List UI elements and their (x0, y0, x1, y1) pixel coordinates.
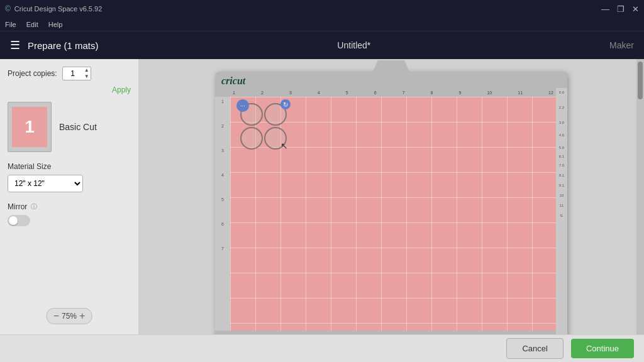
app-header: ☰ Prepare (1 mats) Untitled* Maker (0, 31, 644, 59)
mat-top-tab (372, 60, 410, 73)
ruler-num-8: 8 (431, 90, 433, 95)
shape-circle-3[interactable] (240, 127, 263, 150)
ruler-num-11: 11 (518, 90, 523, 95)
ruler-num-9: 9 (459, 90, 462, 95)
ruler-top: 1 2 3 4 5 6 7 8 9 10 11 12 (230, 88, 556, 97)
material-size-section: Material Size 12" x 12" 12" x 24" Custom (8, 162, 131, 192)
material-size-label: Material Size (8, 162, 131, 171)
close-button[interactable]: ✕ (632, 4, 639, 14)
project-copies-label: Project copies: (8, 69, 57, 78)
ruler-right-46: 4.6 (559, 133, 564, 137)
menu-edit[interactable]: Edit (26, 21, 38, 28)
shape-circle-1[interactable]: ··· (240, 103, 263, 126)
zoom-level: 75% (62, 312, 77, 321)
ruler-left-7: 7 (221, 246, 224, 251)
titlebar-left: © Cricut Design Space v6.5.92 (5, 4, 102, 13)
canvas-area: cricut 1 2 3 4 5 6 7 8 9 10 11 (138, 59, 644, 334)
ruler-right-70: 7.0 (559, 163, 564, 167)
mirror-info-icon[interactable]: ⓘ (31, 202, 37, 211)
footer: Cancel Continue (0, 334, 644, 362)
ruler-left-1: 1 (221, 99, 224, 104)
scrollbar-right[interactable] (636, 59, 644, 334)
copies-input[interactable] (63, 68, 83, 79)
ruler-num-10: 10 (487, 90, 492, 95)
ruler-right-61: 6.1 (559, 155, 564, 158)
continue-button[interactable]: Continue (571, 339, 634, 358)
ruler-left: 1 2 3 4 5 6 7 (215, 97, 230, 331)
mat-label: Basic Cut (59, 122, 97, 132)
ruler-left-5: 5 (221, 197, 224, 202)
left-panel: Project copies: ▲ ▼ Apply 1 Basic Cut Ma… (0, 59, 138, 334)
ruler-right-11: 11 (560, 204, 564, 207)
scrollbar-thumb[interactable] (638, 62, 643, 99)
mat-item: 1 Basic Cut (8, 102, 131, 152)
shape-circle-4[interactable]: ↖ (264, 127, 287, 150)
ruler-right-36: 3.6 (559, 121, 564, 124)
copies-up[interactable]: ▲ (83, 67, 91, 74)
cursor-indicator: ↖ (280, 141, 288, 151)
menu-help[interactable]: Help (48, 21, 63, 28)
material-size-select[interactable]: 12" x 12" 12" x 24" Custom (8, 175, 83, 192)
header-prepare-title: Prepare (1 mats) (28, 40, 99, 51)
main-content: Project copies: ▲ ▼ Apply 1 Basic Cut Ma… (0, 59, 644, 334)
zoom-controls: − 75% + (47, 308, 92, 324)
ruler-right-10: 10 (560, 194, 564, 197)
ruler-right-06: 0.6 (559, 90, 564, 94)
ruler-left-6: 6 (221, 222, 224, 226)
ruler-num-1: 1 (233, 90, 235, 95)
titlebar-controls: — ❐ ✕ (601, 4, 639, 14)
ruler-num-12: 12 (548, 90, 553, 95)
mirror-section: Mirror ⓘ (8, 202, 131, 226)
ruler-num-7: 7 (402, 90, 405, 95)
copies-down[interactable]: ▼ (83, 74, 91, 80)
ruler-right-l1: l1 (560, 214, 564, 217)
circle-rotate-handle[interactable]: ↻ (280, 99, 291, 109)
mirror-toggle[interactable] (8, 215, 30, 226)
ruler-left-3: 3 (221, 148, 224, 153)
ruler-right-81: 8.1 (559, 173, 564, 177)
ruler-left-2: 2 (221, 124, 224, 128)
ruler-num-4: 4 (318, 90, 320, 95)
cancel-button[interactable]: Cancel (506, 338, 563, 359)
circle-context-menu[interactable]: ··· (236, 99, 249, 112)
mat-surface: ··· ↻ ↖ (230, 97, 556, 331)
cutting-mat: cricut 1 2 3 4 5 6 7 8 9 10 11 (215, 72, 567, 334)
device-label: Maker (609, 40, 634, 50)
copies-spinners: ▲ ▼ (83, 67, 91, 80)
apply-button[interactable]: Apply (8, 85, 131, 94)
mirror-label: Mirror (8, 202, 27, 211)
ruler-right-91: 9.1 (559, 184, 564, 187)
ruler-num-3: 3 (289, 90, 292, 95)
restore-button[interactable]: ❐ (617, 4, 625, 14)
mat-thumb-inner: 1 (12, 107, 47, 147)
ruler-num-5: 5 (346, 90, 348, 95)
project-copies-row: Project copies: ▲ ▼ (8, 67, 131, 80)
ruler-left-4: 4 (221, 173, 224, 177)
hamburger-menu[interactable]: ☰ (10, 38, 20, 52)
mat-number: 1 (25, 117, 35, 137)
mat-thumbnail: 1 (8, 102, 52, 152)
header-left: ☰ Prepare (1 mats) (10, 38, 99, 52)
minimize-button[interactable]: — (601, 4, 609, 14)
mirror-toggle-knob (9, 216, 18, 225)
cutting-mat-wrap: cricut 1 2 3 4 5 6 7 8 9 10 11 (138, 65, 644, 334)
cricut-brand-logo: cricut (221, 75, 245, 87)
titlebar: © Cricut Design Space v6.5.92 — ❐ ✕ (0, 0, 644, 18)
ruler-right-56: 5.6 (559, 146, 564, 150)
ruler-right-22: 2.2 (559, 106, 564, 109)
zoom-out-button[interactable]: − (53, 311, 59, 321)
document-title: Untitled* (337, 40, 370, 50)
zoom-in-button[interactable]: + (79, 311, 85, 321)
menubar: File Edit Help (0, 18, 644, 31)
copies-input-wrap: ▲ ▼ (62, 67, 91, 80)
ruler-num-2: 2 (261, 90, 264, 95)
menu-file[interactable]: File (5, 21, 16, 28)
titlebar-title: Cricut Design Space v6.5.92 (14, 5, 102, 13)
ruler-num-6: 6 (374, 90, 377, 95)
mirror-row: Mirror ⓘ (8, 202, 131, 211)
shape-circle-2[interactable]: ↻ (264, 103, 287, 126)
cricut-icon: © (5, 4, 11, 13)
ruler-right: 0.6 2.2 3.6 4.6 5.6 6.1 7.0 8.1 9.1 10 1… (556, 88, 567, 334)
